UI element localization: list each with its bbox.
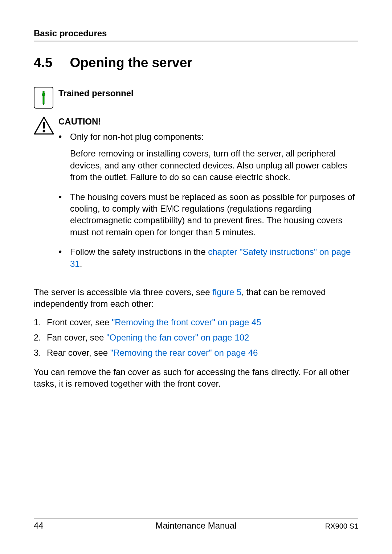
trained-icon-box — [34, 87, 53, 109]
outro-paragraph: You can remove the fan cover as such for… — [34, 366, 358, 390]
bullet-text: The housing covers must be replaced as s… — [70, 192, 355, 237]
cover-pre: Front cover, see — [47, 317, 112, 327]
figure-link[interactable]: figure 5 — [212, 287, 241, 297]
caution-bullet-item: Follow the safety instructions in the ch… — [58, 246, 358, 270]
caution-icon — [34, 117, 54, 135]
page-header: Basic procedures — [34, 28, 358, 41]
cover-pre: Fan cover, see — [47, 333, 106, 342]
bullet-sub-text: Before removing or installing covers, tu… — [70, 148, 358, 183]
caution-content: CAUTION! Only for non-hot plug component… — [58, 117, 358, 278]
trained-label: Trained personnel — [58, 87, 134, 98]
page-footer: 44 Maintenance Manual RX900 S1 — [34, 518, 358, 531]
header-title: Basic procedures — [34, 28, 358, 38]
rear-cover-link[interactable]: "Removing the rear cover" on page 46 — [110, 348, 258, 358]
section-title: Opening the server — [70, 55, 192, 70]
bullet-text: Only for non-hot plug components: — [70, 132, 204, 142]
cover-list-item: Rear cover, see "Removing the rear cover… — [34, 347, 358, 359]
trained-personnel-block: Trained personnel — [34, 87, 358, 109]
covers-list: Front cover, see "Removing the front cov… — [34, 317, 358, 359]
caution-bullet-item: The housing covers must be replaced as s… — [58, 191, 358, 239]
fan-cover-link[interactable]: "Opening the fan cover" on page 102 — [106, 333, 249, 342]
caution-label: CAUTION! — [58, 117, 358, 127]
caution-bullet-list: Only for non-hot plug components: Before… — [58, 131, 358, 270]
footer-page-number: 44 — [34, 521, 44, 531]
intro-pre: The server is accessible via three cover… — [34, 287, 212, 297]
caution-block: CAUTION! Only for non-hot plug component… — [34, 117, 358, 278]
section-heading: 4.5Opening the server — [34, 55, 358, 70]
svg-rect-1 — [43, 122, 45, 129]
section-number: 4.5 — [34, 55, 52, 70]
cover-list-item: Fan cover, see "Opening the fan cover" o… — [34, 332, 358, 343]
cover-pre: Rear cover, see — [47, 348, 110, 358]
intro-paragraph: The server is accessible via three cover… — [34, 286, 358, 310]
footer-right-text: RX900 S1 — [325, 522, 358, 530]
bullet-text-pre: Follow the safety instructions in the — [70, 247, 208, 257]
bullet-text-post: . — [80, 259, 82, 269]
footer-center-text: Maintenance Manual — [156, 521, 237, 531]
front-cover-link[interactable]: "Removing the front cover" on page 45 — [112, 317, 261, 327]
svg-point-2 — [43, 130, 45, 133]
cover-list-item: Front cover, see "Removing the front cov… — [34, 317, 358, 328]
caution-bullet-item: Only for non-hot plug components: Before… — [58, 131, 358, 183]
svg-rect-0 — [43, 95, 44, 103]
screwdriver-icon — [40, 90, 47, 105]
